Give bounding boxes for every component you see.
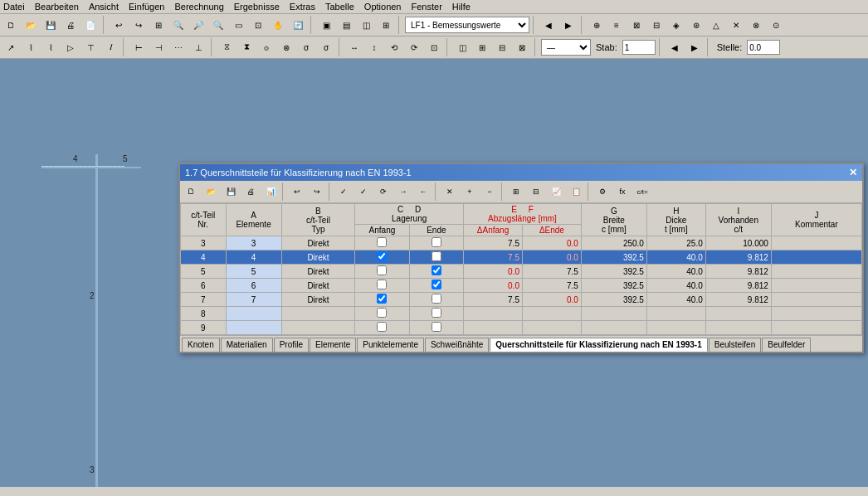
cell-d[interactable] [409,250,463,265]
tb-misc5[interactable]: ◈ [667,16,685,34]
tab-beulsteifen[interactable]: Beulsteifen [709,338,761,352]
cell-c[interactable] [355,265,409,279]
tb-print[interactable]: 🖨 [61,16,80,34]
d-btn-grid2[interactable]: ⊟ [527,182,545,201]
cell-c[interactable] [355,293,409,307]
d-btn-add[interactable]: + [461,182,479,201]
tab-elemente[interactable]: Elemente [310,338,356,352]
cell-d[interactable] [409,293,463,307]
d-btn-chart[interactable]: 📈 [547,182,565,201]
cell-d[interactable] [409,236,463,250]
tb2-5[interactable]: ⊤ [81,38,100,56]
tb2-11[interactable]: ⧖ [217,38,236,56]
tb-new[interactable]: 🗋 [2,16,20,34]
tb-copy[interactable]: ⊞ [149,16,168,34]
tb-zoomin[interactable]: 🔎 [189,16,207,34]
tb2-sig1[interactable]: σ [297,38,315,56]
cell-c[interactable] [355,236,409,250]
d-btn-arrow1[interactable]: → [394,182,412,201]
tb2-21[interactable]: ⊞ [473,38,491,56]
menu-extras[interactable]: Extras [290,2,315,12]
tb-open[interactable]: 📂 [22,16,40,34]
table-row[interactable]: 4 4 Direkt 7.5 0.0 392.5 40.0 9.812 [181,250,862,265]
table-row[interactable]: 8 [181,307,862,321]
tb-view1[interactable]: ▣ [317,16,335,34]
menu-calc[interactable]: Berechnung [174,2,223,12]
tb2-15[interactable]: ↔ [345,38,363,56]
tb2-12[interactable]: ⧗ [237,38,256,56]
d-btn-fx[interactable]: fx [613,182,631,201]
tb2-18[interactable]: ⟳ [405,38,423,56]
tb2-9[interactable]: ⋯ [169,38,188,56]
menu-table[interactable]: Tabelle [325,2,354,12]
tb-pan[interactable]: ✋ [269,16,287,34]
stab-input[interactable] [622,40,656,55]
d-btn-del[interactable]: ✕ [441,182,459,201]
stab-dropdown[interactable]: — [541,39,591,56]
tb-misc8[interactable]: ✕ [727,16,745,34]
tb2-right[interactable]: ▶ [685,38,704,56]
tb-zoom-rect[interactable]: ▭ [229,16,247,34]
tb-next[interactable]: ▶ [559,16,578,34]
d-btn-arrow2[interactable]: ← [414,182,432,201]
tb2-10[interactable]: ⊥ [189,38,207,56]
tb-misc4[interactable]: ⊟ [647,16,666,34]
tb-search[interactable]: 🔍 [169,16,188,34]
d-btn-check1[interactable]: ✓ [334,182,353,201]
tab-schweißnähte[interactable]: Schweißnähte [425,338,489,352]
tb-misc7[interactable]: △ [707,16,725,34]
cell-d[interactable] [409,279,463,293]
tb2-3[interactable]: ⌇ [41,38,60,56]
tb-redo[interactable]: ↪ [129,16,148,34]
d-btn-redo[interactable]: ↪ [308,182,326,201]
d-btn-refresh[interactable]: ⟳ [374,182,393,201]
d-btn-new[interactable]: 🗋 [182,182,200,201]
d-btn-grid1[interactable]: ⊞ [507,182,525,201]
tb2-4[interactable]: ▷ [61,38,80,56]
d-btn-ct[interactable]: c/t= [633,182,651,201]
d-btn-undo[interactable]: ↩ [288,182,306,201]
d-btn-filter[interactable]: ⚙ [593,182,612,201]
table-row[interactable]: 5 5 Direkt 0.0 7.5 392.5 40.0 9.812 [181,265,862,279]
tb2-8[interactable]: ⊣ [149,38,168,56]
cell-d[interactable] [409,265,463,279]
tb2-1[interactable]: ↗ [2,38,20,56]
tb-rotate[interactable]: 🔄 [289,16,307,34]
tab-knoten[interactable]: Knoten [182,338,220,352]
dialog-close-btn[interactable]: ✕ [849,167,857,178]
tb2-7[interactable]: ⊢ [129,38,148,56]
table-row[interactable]: 6 6 Direkt 0.0 7.5 392.5 40.0 9.812 [181,279,862,293]
tb-misc3[interactable]: ⊠ [627,16,646,34]
cell-c[interactable] [355,279,409,293]
tb-print2[interactable]: 📄 [81,16,100,34]
tb2-sig2[interactable]: σ [317,38,335,56]
tb-zoom-all[interactable]: ⊡ [249,16,267,34]
tb2-20[interactable]: ◫ [453,38,471,56]
tb-misc2[interactable]: ≡ [607,16,626,34]
d-btn-minus[interactable]: − [480,182,499,201]
cell-c[interactable] [355,250,409,265]
tb2-22[interactable]: ⊟ [493,38,511,56]
tab-querschnittsteile-für-klassifi[interactable]: Querschnittsteile für Klassifizierung na… [490,338,707,352]
stelle-input[interactable] [747,40,780,55]
table-row[interactable]: 3 3 Direkt 7.5 0.0 250.0 25.0 10.000 [181,236,862,250]
cell-c[interactable] [355,321,409,335]
cell-c[interactable] [355,307,409,321]
d-btn-save[interactable]: 💾 [222,182,240,201]
tb-misc9[interactable]: ⊗ [747,16,765,34]
menu-edit[interactable]: Bearbeiten [35,2,79,12]
menu-options[interactable]: Optionen [364,2,402,12]
table-row[interactable]: 7 7 Direkt 7.5 0.0 392.5 40.0 9.812 [181,293,862,307]
d-btn-open[interactable]: 📂 [202,182,220,201]
d-btn-report[interactable]: 📋 [567,182,585,201]
tab-punktelemente[interactable]: Punktelemente [357,338,424,352]
menu-results[interactable]: Ergebnisse [234,2,280,12]
tb-view2[interactable]: ▤ [337,16,355,34]
cell-d[interactable] [409,321,463,335]
tb-misc10[interactable]: ⊙ [767,16,785,34]
tb2-23[interactable]: ⊠ [513,38,531,56]
tab-materialien[interactable]: Materialien [221,338,273,352]
tb2-left[interactable]: ◀ [666,38,684,56]
lf-dropdown[interactable]: LF1 - Bemessungswerte [405,17,529,33]
tb2-14[interactable]: ⊗ [277,38,295,56]
